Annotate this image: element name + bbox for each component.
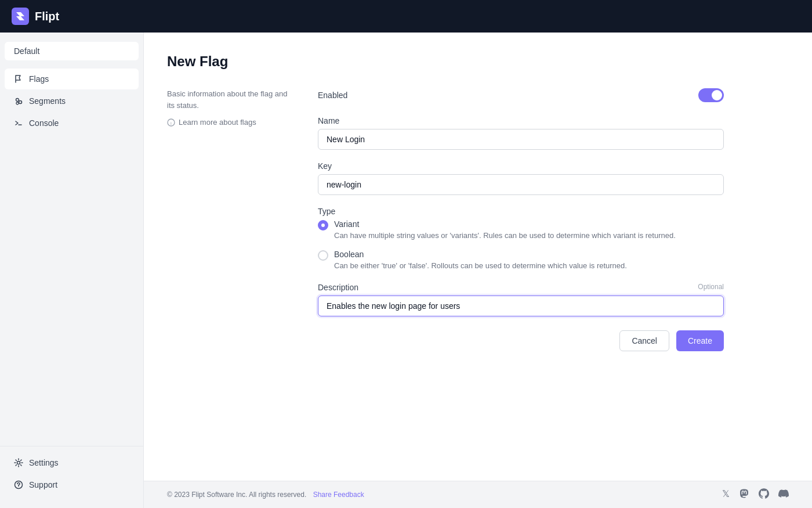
footer-copyright: © 2023 Flipt Software Inc. All rights re… <box>167 491 306 499</box>
svg-point-3 <box>16 102 19 105</box>
description-label: Description <box>318 283 358 292</box>
mastodon-icon[interactable] <box>739 488 749 501</box>
svg-point-1 <box>16 99 19 102</box>
info-icon: i <box>167 118 175 127</box>
description-input[interactable] <box>318 296 724 316</box>
content-area: New Flag Basic information about the fla… <box>144 33 812 508</box>
create-button[interactable]: Create <box>676 330 724 351</box>
sidebar-item-console-label: Console <box>29 118 59 128</box>
support-icon <box>14 480 23 489</box>
footer-copyright-area: © 2023 Flipt Software Inc. All rights re… <box>167 491 364 499</box>
enabled-row: Enabled <box>318 88 724 102</box>
description-field-group: Description Optional <box>318 283 724 316</box>
flag-icon <box>14 74 23 84</box>
type-variant-text: Variant Can have multiple string values … <box>334 219 676 242</box>
type-variant-option[interactable]: Variant Can have multiple string values … <box>318 219 724 242</box>
name-input[interactable] <box>318 129 724 150</box>
console-icon <box>14 118 23 128</box>
logo-icon <box>12 8 29 25</box>
type-boolean-text: Boolean Can be either 'true' or 'false'.… <box>334 250 627 272</box>
toggle-thumb <box>712 90 722 100</box>
sidebar-item-console[interactable]: Console <box>5 113 139 134</box>
type-variant-radio[interactable] <box>318 220 328 230</box>
sidebar-item-segments-label: Segments <box>29 96 66 106</box>
form-description-text: Basic information about the flag and its… <box>167 88 295 111</box>
page-title: New Flag <box>167 53 789 70</box>
svg-text:i: i <box>171 121 172 126</box>
form-description: Basic information about the flag and its… <box>167 88 295 351</box>
form-layout: Basic information about the flag and its… <box>167 88 789 351</box>
type-boolean-title: Boolean <box>334 250 627 259</box>
sidebar-item-support[interactable]: Support <box>5 474 139 495</box>
type-boolean-desc: Can be either 'true' or 'false'. Rollout… <box>334 260 627 272</box>
svg-point-5 <box>17 462 20 464</box>
logo-text: Flipt <box>35 10 59 23</box>
topnav: Flipt <box>0 0 812 33</box>
description-optional: Optional <box>698 283 724 292</box>
learn-more-link[interactable]: i Learn more about flags <box>167 118 295 127</box>
name-field-group: Name <box>318 116 724 150</box>
twitter-x-icon[interactable]: 𝕏 <box>722 488 730 501</box>
button-row: Cancel Create <box>318 330 724 351</box>
key-input[interactable] <box>318 174 724 195</box>
sidebar-item-flags[interactable]: Flags <box>5 69 139 89</box>
type-radio-group: Variant Can have multiple string values … <box>318 219 724 271</box>
sidebar-nav: Flags Segments Console <box>0 67 143 446</box>
type-variant-desc: Can have multiple string values or 'vari… <box>334 230 676 242</box>
discord-icon[interactable] <box>778 488 789 501</box>
type-variant-title: Variant <box>334 219 676 229</box>
description-label-row: Description Optional <box>318 283 724 292</box>
svg-point-2 <box>19 101 22 104</box>
footer: © 2023 Flipt Software Inc. All rights re… <box>144 481 812 508</box>
sidebar-item-settings[interactable]: Settings <box>5 452 139 473</box>
settings-icon <box>14 458 23 467</box>
type-field-group: Type Variant Can have multiple string va… <box>318 207 724 271</box>
learn-more-text: Learn more about flags <box>179 118 256 127</box>
key-field-group: Key <box>318 161 724 195</box>
sidebar: Default Flags Segments <box>0 33 144 508</box>
sidebar-bottom: Settings Support <box>0 446 143 501</box>
key-label: Key <box>318 161 724 171</box>
enabled-label: Enabled <box>318 91 347 100</box>
segments-icon <box>14 96 23 106</box>
sidebar-item-segments[interactable]: Segments <box>5 91 139 111</box>
sidebar-item-support-label: Support <box>29 480 57 489</box>
name-label: Name <box>318 116 724 125</box>
github-icon[interactable] <box>759 488 769 501</box>
form-fields: Enabled Name Key <box>318 88 724 351</box>
footer-social-icons: 𝕏 <box>722 488 789 501</box>
type-boolean-option[interactable]: Boolean Can be either 'true' or 'false'.… <box>318 250 724 272</box>
sidebar-item-settings-label: Settings <box>29 458 59 467</box>
footer-feedback-link[interactable]: Share Feedback <box>313 491 364 499</box>
namespace-selector[interactable]: Default <box>5 42 139 60</box>
toggle-track <box>698 88 724 102</box>
main-layout: Default Flags Segments <box>0 33 812 508</box>
cancel-button[interactable]: Cancel <box>619 330 669 351</box>
logo: Flipt <box>12 8 59 25</box>
type-boolean-radio[interactable] <box>318 250 328 261</box>
type-label: Type <box>318 207 724 216</box>
sidebar-item-flags-label: Flags <box>29 74 49 84</box>
enabled-toggle[interactable] <box>698 88 724 102</box>
